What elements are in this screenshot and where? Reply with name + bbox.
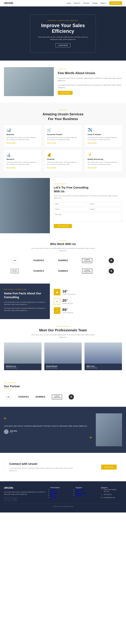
- footer-info-link-services[interactable]: Services: [50, 492, 72, 494]
- footer-support-title: Support: [76, 486, 97, 488]
- footer-info-link-blog[interactable]: Blog: [50, 494, 72, 496]
- social-twitter[interactable]: t: [9, 497, 12, 501]
- sarah-role: Market Consulting: [46, 367, 80, 368]
- service-business-link[interactable]: READ MORE: [6, 142, 16, 144]
- nav-home[interactable]: Home: [67, 2, 71, 4]
- clients-desc: Lorem ipsum dolor sit amet, consectetur …: [30, 247, 96, 252]
- service-card-quality: ⚡ Quality Resourcing Lorem ipsum dolor s…: [85, 150, 122, 172]
- cases-content: 89+ Case Completed: [62, 308, 73, 314]
- consulting-section: APPOINTMENT Let's Try Free ConsultingWit…: [0, 178, 126, 233]
- email-icon: ✉: [101, 497, 102, 498]
- footer-support-faq[interactable]: FAQ: [76, 490, 97, 492]
- hero-cta-button[interactable]: LEARN MORE: [56, 43, 71, 47]
- about-cta-button[interactable]: LEARN MORE: [58, 91, 72, 95]
- research-icon: 🔬: [6, 152, 38, 157]
- sarah-name: Sarah Bononi: [46, 365, 80, 367]
- team-grid: Richard Lee Market Consulting Sarah Bono…: [4, 342, 122, 370]
- footer-info-link-home[interactable]: Home: [50, 488, 72, 490]
- form-phone-input[interactable]: [54, 207, 87, 211]
- form-submit-button[interactable]: SEND MESSAGE: [54, 224, 72, 228]
- service-business-title: Business: [6, 134, 38, 136]
- partner-logo-2: RAMIRES: [34, 394, 47, 400]
- facts-desc2: Lorem ipsum dolor sit amet, consectetur …: [4, 307, 46, 312]
- team-tag: PROFESSIONALS: [4, 326, 122, 327]
- service-quality-link[interactable]: READ MORE: [88, 167, 97, 169]
- connect-title: Connect with Urusin: [9, 462, 75, 466]
- logo-b-circle2: B: [101, 267, 122, 275]
- richard-name: Richard Lee: [6, 365, 40, 367]
- social-linkedin[interactable]: in: [13, 497, 17, 501]
- about-image: [4, 67, 54, 96]
- team-card-sarah: Sarah Bononi Market Consulting: [44, 342, 82, 370]
- form-email-input[interactable]: [89, 202, 122, 206]
- testimonial-content: " Lorem ipsum dolor sit amet, consectetu…: [4, 417, 92, 443]
- services-tag: SERVICES: [4, 109, 122, 111]
- nav-pages[interactable]: Pages ▼: [100, 2, 106, 4]
- hero-title: Improve Your Sales Efficiency: [36, 23, 90, 34]
- consulting-tag: APPOINTMENT: [54, 183, 122, 185]
- logo-ramires-box: RAMIRESCONSULTING: [76, 257, 98, 264]
- hero-description: Lorem ipsum dolor sit amet, consectetur …: [36, 36, 90, 40]
- footer-support-col: Support Contact Us FAQ Privacy Policy Su…: [76, 486, 97, 501]
- partner-logo-3: RAMIRESCONSULTING: [51, 393, 63, 401]
- team-card-mike: Mike Lievi Market Consulting: [84, 342, 122, 370]
- footer-logo: URUSIN:: [4, 486, 47, 489]
- richard-role: Market Consulting: [6, 367, 40, 368]
- connect-button[interactable]: Get In Touch: [101, 464, 117, 470]
- fact-awards: ★ 20+ Awards Winning: [54, 298, 122, 304]
- testimonial-author: John Doe CEO: [4, 430, 92, 434]
- form-subject-input[interactable]: [89, 207, 122, 211]
- service-financial-desc: Lorem ipsum dolor sit amet, consectetur …: [47, 161, 79, 166]
- service-travel-link[interactable]: READ MORE: [88, 142, 97, 144]
- nav-services[interactable]: Services: [83, 2, 89, 4]
- logo-b-circle: B: [101, 256, 122, 264]
- footer-support-support[interactable]: Support: [76, 494, 97, 496]
- facts-title: Some Fun Facts About Our Consulting: [4, 292, 46, 299]
- footer-support-contact[interactable]: Contact Us: [76, 488, 97, 490]
- connect-desc: Lorem ipsum dolor sit amet, consectetur …: [9, 467, 75, 472]
- services-section: SERVICES Amazing Urusin ServicesFor Your…: [0, 103, 126, 178]
- services-title: Amazing Urusin ServicesFor Your Business: [4, 112, 122, 122]
- quality-icon: ⚡: [88, 152, 120, 157]
- service-card-consumer: 🛒 Consumer Product Lorem ipsum dolor sit…: [44, 125, 81, 147]
- financial-icon: 💰: [47, 152, 79, 157]
- nav-contact[interactable]: Contact: [92, 2, 97, 4]
- richard-image: [4, 342, 42, 364]
- client-logos-row1: RM RAMIRES RAMIRES RAMIRESCONSULTING B: [4, 256, 122, 265]
- service-research-link[interactable]: READ MORE: [6, 167, 16, 169]
- team-desc: Lorem ipsum dolor sit amet, consectetur …: [30, 334, 96, 338]
- author-name: John Doe: [10, 430, 17, 432]
- footer-info-link-contact[interactable]: Contact: [50, 496, 72, 498]
- sarah-info: Sarah Bononi Market Consulting: [44, 364, 82, 370]
- partner-logo-1: RAMIRES: [17, 394, 30, 400]
- service-consumer-title: Consumer Product: [47, 134, 79, 136]
- experience-number: 16+: [62, 289, 75, 294]
- consulting-title: Let's Try Free ConsultingWith Us: [54, 186, 122, 193]
- form-message-input[interactable]: [54, 212, 122, 222]
- footer-brand: URUSIN: Lorem ipsum dolor sit amet, cons…: [4, 486, 47, 501]
- service-card-financial: 💰 Financial Lorem ipsum dolor sit amet, …: [44, 150, 81, 172]
- client-logos-row2: RESUMEBUSINESS RAMIRES RAMIRES RAMIRESCO…: [4, 267, 122, 275]
- service-financial-link[interactable]: READ MORE: [47, 167, 56, 169]
- footer-info-link-about[interactable]: About Us: [50, 490, 72, 492]
- nav-cta-button[interactable]: Get A Quote: [109, 1, 122, 5]
- footer-support-links: Contact Us FAQ Privacy Policy Support: [76, 488, 97, 496]
- author-avatar: [4, 430, 8, 434]
- hero-inner: THE BEST CONSULTING SERVICE Improve Your…: [30, 14, 96, 53]
- awards-content: 20+ Awards Winning: [62, 298, 73, 304]
- social-facebook[interactable]: f: [4, 497, 8, 501]
- facts-numbers-area: ◆ 16+ Years Of Experience ★ 20+ Awards W…: [50, 284, 126, 319]
- hero-section: THE BEST CONSULTING SERVICE Improve Your…: [0, 6, 126, 60]
- logo-ramires-2: RAMIRES: [52, 258, 74, 263]
- footer-contact-col: Support 📍 United Tower Building,New York…: [101, 486, 122, 501]
- service-consumer-link[interactable]: READ MORE: [47, 142, 56, 144]
- footer-support-privacy[interactable]: Privacy Policy: [76, 492, 97, 494]
- experience-content: 16+ Years Of Experience: [62, 289, 75, 295]
- form-name-input[interactable]: [54, 202, 87, 206]
- hero-tag: THE BEST CONSULTING SERVICE: [36, 20, 90, 21]
- awards-icon: ★: [54, 298, 60, 304]
- logo-ramires-1: RAMIRES: [28, 258, 50, 263]
- consulting-form: APPOINTMENT Let's Try Free ConsultingWit…: [50, 178, 126, 233]
- nav-about[interactable]: About Us: [74, 2, 80, 4]
- service-card-business: 📊 Business Lorem ipsum dolor sit amet, c…: [4, 125, 41, 147]
